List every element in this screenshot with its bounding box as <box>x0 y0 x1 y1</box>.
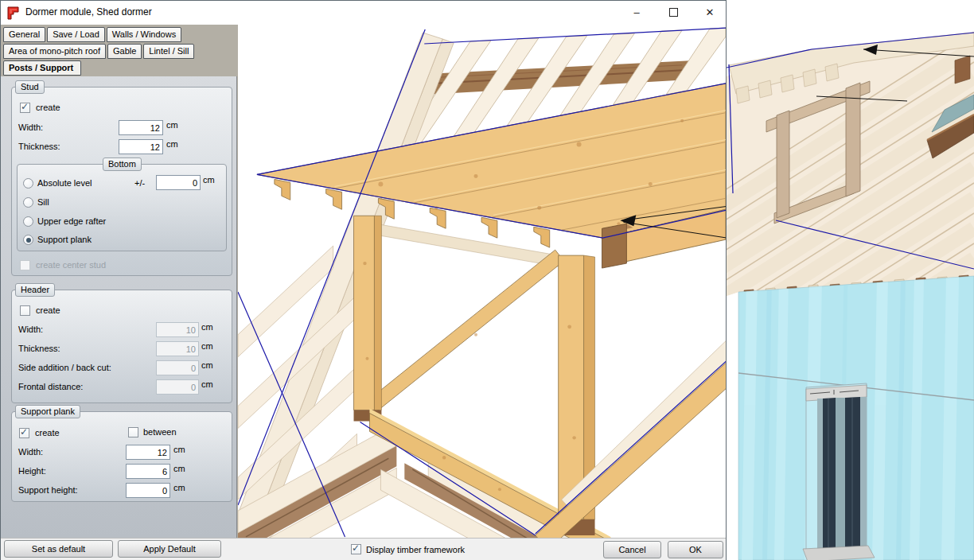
stud-thickness-label: Thickness: <box>18 142 60 151</box>
roof-underside-band <box>366 222 558 266</box>
support-plank-group-label: Support plank <box>15 405 80 418</box>
header-side-unit: cm <box>201 360 213 370</box>
bottom-offset-field[interactable]: 0 <box>156 175 201 190</box>
header-side-field: 0 <box>156 360 199 375</box>
dormer-preview-scene <box>238 25 726 538</box>
header-side-label: Side addition / back cut: <box>18 363 111 372</box>
support-plank-between-checkbox[interactable] <box>128 427 138 438</box>
main-3d-view[interactable] <box>727 0 974 560</box>
apply-default-button[interactable]: Apply Default <box>118 540 221 558</box>
window-glass-center <box>836 398 845 549</box>
window-title: Dormer module, Shed dormer <box>25 6 152 18</box>
header-width-unit: cm <box>201 322 213 332</box>
left-post <box>354 216 375 410</box>
support-plank-support-height-unit: cm <box>173 483 185 492</box>
header-frontal-label: Frontal distance: <box>18 382 83 391</box>
maximize-icon[interactable] <box>663 2 684 21</box>
window-glass-left <box>817 399 823 549</box>
support-plank-height-field[interactable]: 6 <box>126 464 170 479</box>
display-timber-framework-label: Display timber framework <box>366 545 465 554</box>
radio-upper-edge-rafter[interactable] <box>23 216 33 227</box>
set-as-default-button[interactable]: Set as default <box>4 540 113 558</box>
bottom-offset-unit: cm <box>203 175 215 185</box>
support-plank-width-unit: cm <box>173 445 185 454</box>
tab-general[interactable]: General <box>3 27 45 42</box>
display-timber-framework-checkbox[interactable] <box>351 544 361 554</box>
support-plank-width-label: Width: <box>18 447 43 457</box>
dormer-dialog: Dormer module, Shed dormer – ✕ General S… <box>0 0 727 560</box>
support-plank-support-height-field[interactable]: 0 <box>126 483 170 498</box>
window-glass-right <box>860 397 867 550</box>
radio-sill[interactable] <box>23 197 33 208</box>
stud-thickness-field[interactable]: 12 <box>119 139 163 154</box>
purlin-end-block <box>602 224 627 268</box>
settings-panel: General Save / Load Walls / Windows Area… <box>1 25 238 538</box>
close-icon[interactable]: ✕ <box>699 2 720 21</box>
tab-row-3: Posts / Support <box>3 60 83 76</box>
right-post <box>559 255 584 519</box>
support-plank-height-unit: cm <box>173 464 185 473</box>
posts-support-page: Stud create Width: 12 cm Thickness: 12 c… <box>1 76 237 538</box>
header-width-label: Width: <box>18 325 43 334</box>
support-plank-create-label: create <box>35 428 60 438</box>
header-create-label: create <box>36 305 60 315</box>
tab-lintel-sill[interactable]: Lintel / Sill <box>143 44 194 59</box>
tab-posts-support[interactable]: Posts / Support <box>3 60 81 76</box>
support-plank-support-height-label: Support height: <box>18 485 78 495</box>
tab-walls-windows[interactable]: Walls / Windows <box>107 27 181 42</box>
stud-width-field[interactable]: 12 <box>119 120 163 135</box>
support-plank-height-label: Height: <box>18 466 46 476</box>
radio-sill-label: Sill <box>37 197 49 207</box>
tab-save-load[interactable]: Save / Load <box>47 27 105 42</box>
dormer-3d-preview[interactable] <box>238 25 726 538</box>
create-center-stud-label: create center stud <box>36 260 106 270</box>
header-frontal-unit: cm <box>201 379 213 389</box>
header-create-checkbox[interactable] <box>20 305 30 316</box>
stud-group-label: Stud <box>15 80 45 94</box>
dialog-footer: Set as default Apply Default Display tim… <box>1 538 726 560</box>
support-plank-width-field[interactable]: 12 <box>126 445 170 460</box>
diagonal-brace <box>364 250 563 414</box>
stud-create-checkbox[interactable] <box>20 103 30 113</box>
header-thickness-label: Thickness: <box>18 344 60 353</box>
plusminus-label: +/- <box>134 178 145 188</box>
application-root: Dormer module, Shed dormer – ✕ General S… <box>0 0 974 560</box>
stud-width-unit: cm <box>166 120 178 130</box>
minimize-icon[interactable]: – <box>626 2 647 21</box>
radio-absolute-level-label: Absolute level <box>37 178 92 188</box>
tab-area-mono-pitch-roof[interactable]: Area of mono-pitch roof <box>3 44 106 59</box>
header-group-label: Header <box>15 283 55 297</box>
title-bar[interactable]: Dormer module, Shed dormer – ✕ <box>1 1 726 25</box>
window-sash-left <box>823 398 836 550</box>
header-thickness-unit: cm <box>201 341 213 351</box>
stud-create-label: create <box>36 103 60 112</box>
main-view-scene <box>727 0 974 560</box>
radio-support-plank[interactable] <box>23 235 33 245</box>
radio-support-plank-label: Support plank <box>37 235 92 244</box>
support-plank-between-label: between <box>143 427 177 437</box>
header-thickness-field: 10 <box>156 341 199 356</box>
stud-width-label: Width: <box>18 122 43 132</box>
bottom-group-label: Bottom <box>103 158 142 171</box>
radio-upper-edge-rafter-label: Upper edge rafter <box>37 216 106 226</box>
radio-absolute-level[interactable] <box>23 178 33 189</box>
support-plank-create-checkbox[interactable] <box>19 428 29 438</box>
create-center-stud-checkbox <box>20 260 30 270</box>
stud-thickness-unit: cm <box>166 139 178 149</box>
tab-row-2: Area of mono-pitch roof Gable Lintel / S… <box>3 44 196 59</box>
header-width-field: 10 <box>156 322 199 337</box>
ok-button[interactable]: OK <box>668 541 723 558</box>
header-frontal-field: 0 <box>156 379 199 395</box>
tab-gable[interactable]: Gable <box>107 44 142 59</box>
app-icon <box>7 6 21 20</box>
cancel-button[interactable]: Cancel <box>603 541 661 558</box>
tab-row-1: General Save / Load Walls / Windows <box>3 27 183 42</box>
